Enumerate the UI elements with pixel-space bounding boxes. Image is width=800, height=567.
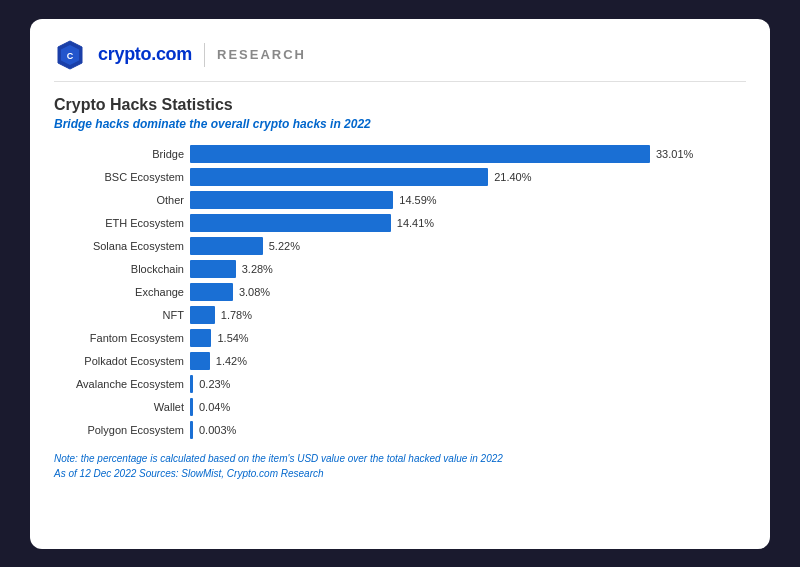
bar-container: 3.08% bbox=[190, 283, 746, 301]
bar-fill bbox=[190, 306, 215, 324]
bar-container: 1.54% bbox=[190, 329, 746, 347]
bar-value: 3.08% bbox=[239, 286, 270, 298]
bar-label: Polygon Ecosystem bbox=[54, 424, 184, 436]
table-row: Wallet0.04% bbox=[54, 398, 746, 416]
bar-label: BSC Ecosystem bbox=[54, 171, 184, 183]
bar-label: NFT bbox=[54, 309, 184, 321]
research-label: RESEARCH bbox=[217, 47, 306, 62]
bar-label: Bridge bbox=[54, 148, 184, 160]
bar-container: 0.04% bbox=[190, 398, 746, 416]
bar-container: 21.40% bbox=[190, 168, 746, 186]
table-row: ETH Ecosystem14.41% bbox=[54, 214, 746, 232]
table-row: Fantom Ecosystem1.54% bbox=[54, 329, 746, 347]
table-row: Bridge33.01% bbox=[54, 145, 746, 163]
bar-fill bbox=[190, 214, 391, 232]
bar-container: 14.41% bbox=[190, 214, 746, 232]
bar-value: 1.78% bbox=[221, 309, 252, 321]
bar-container: 14.59% bbox=[190, 191, 746, 209]
header-divider bbox=[204, 43, 205, 67]
bar-container: 3.28% bbox=[190, 260, 746, 278]
bar-fill bbox=[190, 237, 263, 255]
bar-value: 14.59% bbox=[399, 194, 436, 206]
bar-value: 0.04% bbox=[199, 401, 230, 413]
bar-value: 0.23% bbox=[199, 378, 230, 390]
footer: Note: the percentage is calculated based… bbox=[54, 451, 746, 481]
crypto-com-logo-icon: C bbox=[54, 39, 86, 71]
bar-chart: Bridge33.01%BSC Ecosystem21.40%Other14.5… bbox=[54, 145, 746, 439]
report-card: C crypto.com RESEARCH Crypto Hacks Stati… bbox=[30, 19, 770, 549]
table-row: Polygon Ecosystem0.003% bbox=[54, 421, 746, 439]
bar-value: 0.003% bbox=[199, 424, 236, 436]
bar-fill bbox=[190, 145, 650, 163]
bar-value: 1.42% bbox=[216, 355, 247, 367]
bar-label: ETH Ecosystem bbox=[54, 217, 184, 229]
bar-container: 1.78% bbox=[190, 306, 746, 324]
table-row: Blockchain3.28% bbox=[54, 260, 746, 278]
bar-value: 3.28% bbox=[242, 263, 273, 275]
table-row: BSC Ecosystem21.40% bbox=[54, 168, 746, 186]
bar-label: Wallet bbox=[54, 401, 184, 413]
bar-container: 33.01% bbox=[190, 145, 746, 163]
bar-fill bbox=[190, 283, 233, 301]
bar-fill bbox=[190, 329, 211, 347]
bar-label: Avalanche Ecosystem bbox=[54, 378, 184, 390]
bar-value: 21.40% bbox=[494, 171, 531, 183]
bar-value: 14.41% bbox=[397, 217, 434, 229]
bar-label: Polkadot Ecosystem bbox=[54, 355, 184, 367]
bar-label: Fantom Ecosystem bbox=[54, 332, 184, 344]
bar-fill bbox=[190, 352, 210, 370]
bar-fill bbox=[190, 421, 193, 439]
bar-value: 1.54% bbox=[217, 332, 248, 344]
logo-text: crypto.com bbox=[98, 44, 192, 65]
table-row: Polkadot Ecosystem1.42% bbox=[54, 352, 746, 370]
footer-note: Note: the percentage is calculated based… bbox=[54, 451, 746, 466]
footer-source: As of 12 Dec 2022 Sources: SlowMist, Cry… bbox=[54, 466, 746, 481]
bar-value: 5.22% bbox=[269, 240, 300, 252]
bar-container: 5.22% bbox=[190, 237, 746, 255]
bar-value: 33.01% bbox=[656, 148, 693, 160]
bar-fill bbox=[190, 375, 193, 393]
table-row: Other14.59% bbox=[54, 191, 746, 209]
bar-label: Exchange bbox=[54, 286, 184, 298]
bar-container: 1.42% bbox=[190, 352, 746, 370]
bar-label: Other bbox=[54, 194, 184, 206]
table-row: Avalanche Ecosystem0.23% bbox=[54, 375, 746, 393]
bar-container: 0.23% bbox=[190, 375, 746, 393]
bar-label: Blockchain bbox=[54, 263, 184, 275]
chart-title: Crypto Hacks Statistics bbox=[54, 96, 746, 114]
bar-fill bbox=[190, 260, 236, 278]
bar-fill bbox=[190, 168, 488, 186]
bar-container: 0.003% bbox=[190, 421, 746, 439]
bar-fill bbox=[190, 398, 193, 416]
table-row: Solana Ecosystem5.22% bbox=[54, 237, 746, 255]
bar-label: Solana Ecosystem bbox=[54, 240, 184, 252]
bar-fill bbox=[190, 191, 393, 209]
header: C crypto.com RESEARCH bbox=[54, 39, 746, 82]
table-row: NFT1.78% bbox=[54, 306, 746, 324]
table-row: Exchange3.08% bbox=[54, 283, 746, 301]
svg-text:C: C bbox=[67, 51, 74, 61]
chart-subtitle: Bridge hacks dominate the overall crypto… bbox=[54, 117, 746, 131]
